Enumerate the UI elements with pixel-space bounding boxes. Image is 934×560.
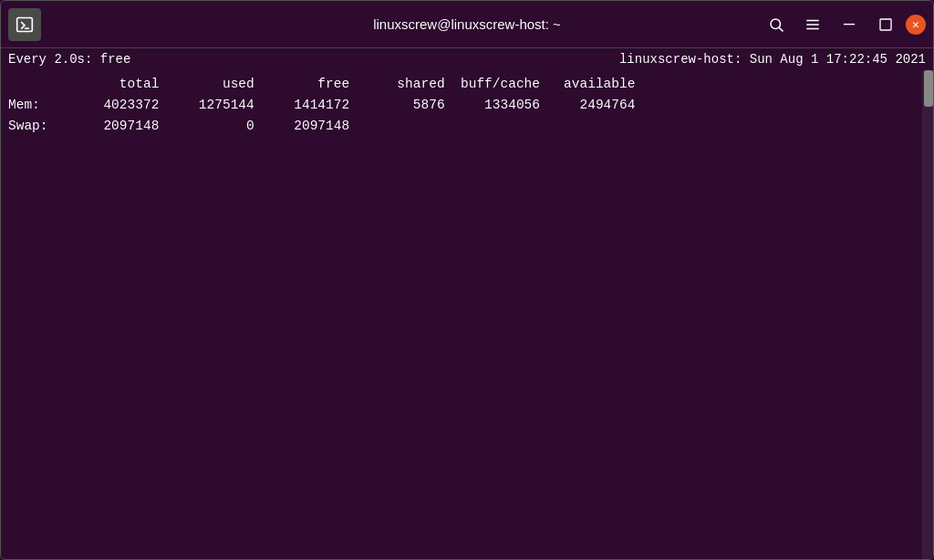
window-title: linuxscrew@linuxscrew-host: ~ [373, 16, 561, 32]
search-icon [768, 16, 784, 33]
close-button[interactable]: ✕ [906, 15, 926, 35]
terminal-icon [16, 16, 34, 34]
search-button[interactable] [760, 8, 793, 41]
scrollbar[interactable] [922, 70, 933, 559]
hostname-datetime: linuxscrew-host: Sun Aug 1 17:22:45 2021 [619, 52, 926, 67]
mem-row: Mem: 4023372 1275144 1414172 5876 133405… [8, 95, 926, 116]
titlebar-left [8, 8, 41, 41]
status-bar: Every 2.0s: free linuxscrew-host: Sun Au… [1, 48, 933, 70]
terminal-body: total used free shared buff/cache availa… [1, 70, 933, 559]
terminal-window: linuxscrew@linuxscrew-host: ~ — [0, 0, 934, 560]
watch-command: Every 2.0s: free [8, 52, 130, 67]
svg-line-3 [779, 27, 783, 31]
svg-rect-7 [880, 19, 891, 30]
titlebar-controls: — ✕ [760, 8, 926, 41]
maximize-icon [878, 17, 893, 32]
minimize-button[interactable]: — [833, 8, 866, 41]
scrollbar-thumb[interactable] [924, 70, 933, 107]
svg-point-2 [771, 19, 781, 29]
header-row: total used free shared buff/cache availa… [8, 74, 926, 95]
terminal-icon-button[interactable] [8, 8, 41, 41]
menu-icon [804, 16, 821, 33]
maximize-button[interactable] [869, 8, 902, 41]
titlebar: linuxscrew@linuxscrew-host: ~ — [1, 1, 933, 48]
swap-row: Swap: 2097148 0 2097148 [8, 116, 926, 137]
menu-button[interactable] [796, 8, 829, 41]
